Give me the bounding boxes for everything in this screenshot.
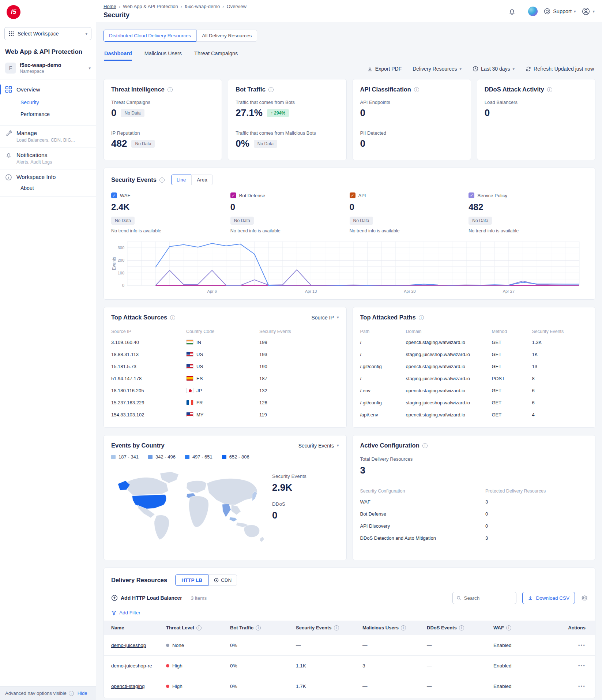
toggle-cdn-label: CDN [221,577,232,583]
country-flag-icon [186,412,193,417]
group-by-dropdown[interactable]: Source IP▾ [311,315,339,321]
sidebar-item-security[interactable]: Security [0,97,96,108]
source-ip: 15.181.5.73 [111,364,186,369]
download-csv-button[interactable]: Download CSV [522,592,575,604]
refresh-button[interactable]: Refresh: Updated just now [526,66,594,72]
toggle-http-lb[interactable]: HTTP LB [175,574,208,586]
f5-logo[interactable]: f5 [0,0,96,23]
namespace-selector[interactable]: F f5xc-waap-demo Namespace ▾ [0,60,96,79]
dashboard-toolbar: Export PDF Delivery Resources ▾ Last 30 … [104,66,594,72]
series-checkbox[interactable]: ✓ [350,192,355,198]
info-icon[interactable]: i [506,625,511,630]
resource-name-link[interactable]: opencti-staging [111,684,166,689]
bucket-range: 187 - 341 [118,454,139,460]
info-icon[interactable]: i [159,177,165,183]
country-code: US [196,352,203,357]
series-checkbox[interactable]: ✓ [230,192,236,198]
workspace-select[interactable]: Select Workspace ▾ [4,27,91,40]
breadcrumb-item[interactable]: Web App & API Protection [123,4,178,9]
row-actions-menu[interactable]: ••• [550,643,595,648]
sidebar-item-notifications[interactable]: Notifications Alerts, Audit Logs [0,147,96,169]
info-icon[interactable]: i [196,625,202,630]
series-value: 2.4K [111,202,230,212]
chevron-down-icon: ▾ [85,31,87,36]
sidebar-item-manage[interactable]: Manage Load Balancers, CDN, BIG... [0,125,96,147]
sidebar: f5 Select Workspace ▾ Web App & API Prot… [0,0,96,700]
tab-threat-campaigns[interactable]: Threat Campaigns [194,50,238,61]
sidebar-item-overview[interactable]: Overview [0,82,96,97]
stat-label: Load Balancers [485,100,588,105]
info-icon[interactable]: i [459,625,464,630]
info-icon[interactable]: i [414,87,419,92]
card-title: API Classification [360,86,411,93]
tab-malicious-users[interactable]: Malicious Users [144,50,182,61]
col-header-threat-level[interactable]: Threat Level [166,625,194,630]
col-header-security-events[interactable]: Security Events [296,625,332,630]
series-value: 0 [230,202,350,212]
row-actions-menu[interactable]: ••• [550,663,595,669]
info-icon[interactable]: i [268,87,274,92]
row-actions-menu[interactable]: ••• [550,684,595,689]
sidebar-item-workspace-info[interactable]: Workspace Info [0,169,96,185]
resource-name-link[interactable]: demo-juiceshop-re [111,663,166,669]
map-metric-dropdown[interactable]: Security Events▾ [298,443,339,449]
stat-value: 0 [360,107,365,119]
col-header: Security Configuration [360,488,485,494]
info-icon[interactable]: i [422,443,428,448]
chevron-down-icon: ▾ [512,67,515,71]
tenant-avatar[interactable] [528,7,538,16]
breadcrumb-home[interactable]: Home [104,4,116,9]
support-menu[interactable]: Support ▾ [543,8,576,15]
series-checkbox[interactable]: ✓ [469,192,474,198]
col-header-ddos-events[interactable]: DDoS Events [427,625,457,630]
col-header-name[interactable]: Name [111,625,166,630]
notifications-bell-icon[interactable] [508,7,516,15]
legend-item: ✓ API 0 No Data No trend info is availab… [350,192,469,233]
col-header-malicious-users[interactable]: Malicious Users [362,625,399,630]
resource-name-link[interactable]: demo-juiceshop [111,643,166,648]
security-events-count: 1.3K [532,340,588,345]
sidebar-item-about[interactable]: About [0,185,96,196]
path: /api/.env [360,412,406,418]
info-icon[interactable]: i [547,87,552,92]
gear-icon[interactable] [581,595,588,602]
toggle-distributed-cloud[interactable]: Distributed Cloud Delivery Resources [104,30,196,42]
info-icon [5,174,12,181]
account-menu[interactable]: ▾ [582,7,595,16]
tab-dashboard[interactable]: Dashboard [104,50,132,61]
lb-type-toggle: HTTP LB CDN [175,574,237,586]
add-filter-button[interactable]: Add Filter [104,604,595,621]
info-icon[interactable]: i [334,625,339,630]
time-range-dropdown[interactable]: Last 30 days ▾ [473,66,515,72]
series-label: Service Policy [477,193,507,198]
sidebar-item-label: Workspace Info [16,174,56,180]
add-http-load-balancer-button[interactable]: Add HTTP Load Balancer [111,595,182,601]
export-pdf-button[interactable]: Export PDF [367,66,402,72]
namespace-type: Namespace [20,69,85,74]
sidebar-item-performance[interactable]: Performance [0,108,96,120]
info-icon[interactable]: i [170,315,175,320]
chart-mode-line[interactable]: Line [171,175,192,185]
world-map[interactable] [111,463,268,553]
security-events-count: 126 [259,400,339,405]
delivery-resources-dropdown[interactable]: Delivery Resources ▾ [413,66,462,72]
breadcrumb-item[interactable]: f5xc-waap-demo [185,4,220,9]
col-header-bot-traffic[interactable]: Bot Traffic [230,625,253,630]
info-icon[interactable]: i [168,87,173,92]
search-icon [456,595,461,601]
search-input[interactable] [464,595,512,601]
toggle-all-delivery[interactable]: All Delivery Resources [196,30,257,42]
info-icon[interactable]: i [419,315,424,320]
info-icon[interactable]: i [256,625,261,630]
delivery-resources-card: Delivery Resources HTTP LB CDN Add HTTP … [104,568,595,698]
col-header-waf[interactable]: WAF [493,625,504,630]
chart-mode-area[interactable]: Area [191,175,213,185]
breadcrumb-item[interactable]: Overview [227,4,247,9]
series-checkbox[interactable]: ✓ [111,192,117,198]
info-icon[interactable]: i [401,625,406,630]
breadcrumb-separator: › [119,4,120,9]
trend-note: No trend info is available [111,228,230,233]
toggle-cdn[interactable]: CDN [208,574,237,586]
hide-nav-link[interactable]: Hide [78,690,87,696]
table-header: Path Domain Method Security Events [360,327,588,336]
